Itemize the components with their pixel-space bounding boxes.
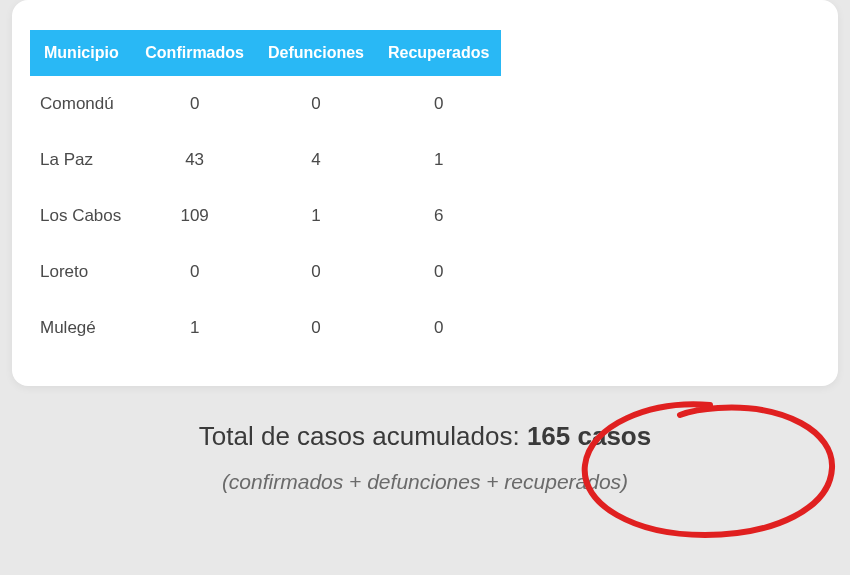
- summary-subtitle: (confirmados + defunciones + recuperados…: [20, 470, 830, 494]
- cell-recuperados: 6: [376, 188, 501, 244]
- cell-municipio: Loreto: [30, 244, 133, 300]
- cell-confirmados: 109: [133, 188, 256, 244]
- table-row: Comondú 0 0 0: [30, 76, 501, 132]
- table-row: Mulegé 1 0 0: [30, 300, 501, 356]
- cell-defunciones: 4: [256, 132, 376, 188]
- header-confirmados: Confirmados: [133, 30, 256, 76]
- cell-recuperados: 1: [376, 132, 501, 188]
- summary-block: Total de casos acumulados: 165 casos (co…: [0, 421, 850, 494]
- cell-confirmados: 43: [133, 132, 256, 188]
- cell-defunciones: 1: [256, 188, 376, 244]
- table-row: La Paz 43 4 1: [30, 132, 501, 188]
- table-header-row: Municipio Confirmados Defunciones Recupe…: [30, 30, 501, 76]
- cell-municipio: Mulegé: [30, 300, 133, 356]
- cell-municipio: Los Cabos: [30, 188, 133, 244]
- cell-municipio: Comondú: [30, 76, 133, 132]
- cell-municipio: La Paz: [30, 132, 133, 188]
- header-recuperados: Recuperados: [376, 30, 501, 76]
- summary-label: Total de casos acumulados:: [199, 421, 527, 451]
- table-row: Los Cabos 109 1 6: [30, 188, 501, 244]
- cell-confirmados: 0: [133, 76, 256, 132]
- header-defunciones: Defunciones: [256, 30, 376, 76]
- cell-recuperados: 0: [376, 76, 501, 132]
- cell-defunciones: 0: [256, 300, 376, 356]
- cell-recuperados: 0: [376, 300, 501, 356]
- cell-confirmados: 0: [133, 244, 256, 300]
- cell-recuperados: 0: [376, 244, 501, 300]
- cases-table: Municipio Confirmados Defunciones Recupe…: [30, 30, 501, 356]
- cell-defunciones: 0: [256, 76, 376, 132]
- cell-confirmados: 1: [133, 300, 256, 356]
- header-municipio: Municipio: [30, 30, 133, 76]
- cell-defunciones: 0: [256, 244, 376, 300]
- summary-title: Total de casos acumulados: 165 casos: [20, 421, 830, 452]
- summary-value: 165 casos: [527, 421, 651, 451]
- data-card: Municipio Confirmados Defunciones Recupe…: [12, 0, 838, 386]
- table-row: Loreto 0 0 0: [30, 244, 501, 300]
